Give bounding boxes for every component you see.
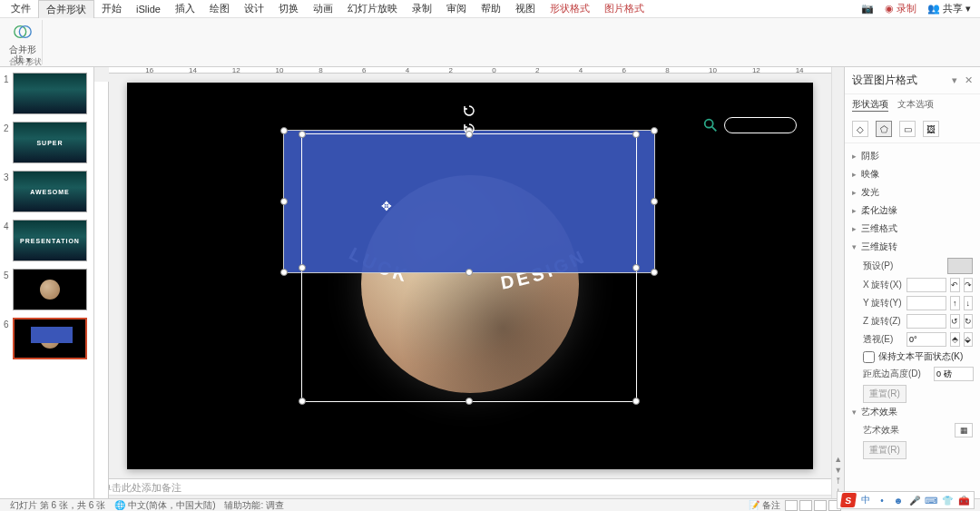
- move-cursor-icon: ✥: [381, 199, 392, 213]
- x-right-icon[interactable]: ↷: [964, 278, 974, 292]
- thumb-num: 6: [4, 318, 13, 329]
- menu-view[interactable]: 视图: [508, 0, 543, 17]
- vertical-scrollbar[interactable]: ▲ ▼ ⤒ ⤓: [831, 67, 844, 498]
- menu-picture-format[interactable]: 图片格式: [597, 0, 652, 17]
- ime-emoji-icon[interactable]: ☻: [892, 494, 905, 506]
- accessibility-status[interactable]: 辅助功能: 调查: [220, 499, 289, 512]
- prev-slide-icon[interactable]: ⤒: [835, 477, 842, 486]
- resize-handle[interactable]: [466, 398, 473, 405]
- z-ccw-icon[interactable]: ↺: [950, 314, 960, 329]
- keep-text-flat-checkbox[interactable]: 保持文本平面状态(K): [863, 349, 973, 365]
- menu-record[interactable]: 录制: [405, 0, 439, 17]
- ime-punct-icon[interactable]: •: [876, 494, 888, 506]
- rotate-handle-icon[interactable]: [464, 105, 475, 116]
- y-up-icon[interactable]: ↑: [950, 296, 960, 310]
- section-shadow[interactable]: ▸阴影: [852, 147, 973, 165]
- menu-home[interactable]: 开始: [94, 0, 129, 17]
- blue-rectangle-shape[interactable]: [283, 130, 655, 273]
- panel-close-icon[interactable]: ✕: [965, 74, 973, 86]
- reading-view-icon[interactable]: [814, 500, 827, 511]
- reset-rotation-button[interactable]: 重置(R): [863, 385, 906, 403]
- menu-draw[interactable]: 绘图: [202, 0, 237, 17]
- section-3d-rotation[interactable]: ▾三维旋转: [852, 238, 973, 256]
- size-icon[interactable]: ▭: [899, 121, 916, 137]
- y-down-icon[interactable]: ↓: [964, 296, 974, 310]
- resize-handle[interactable]: [632, 398, 640, 405]
- camera-icon[interactable]: 📷: [856, 1, 879, 16]
- thumbnail-2[interactable]: 2 SUPER: [0, 120, 93, 165]
- ime-keyboard-icon[interactable]: ⌨: [925, 494, 937, 506]
- thumbnail-5[interactable]: 5: [0, 267, 93, 312]
- merge-shapes-icon: [12, 21, 34, 43]
- thumb-text: AWESOME: [30, 189, 70, 195]
- ime-skin-icon[interactable]: 👕: [941, 494, 954, 506]
- perspective-input[interactable]: [906, 332, 946, 347]
- persp-narrow-icon[interactable]: ⬘: [950, 332, 960, 347]
- horizontal-scrollbar[interactable]: [94, 495, 831, 498]
- menu-review[interactable]: 审阅: [439, 0, 474, 17]
- slide[interactable]: LUCK DESIGN: [127, 83, 813, 469]
- resize-handle[interactable]: [299, 398, 306, 405]
- ime-lang-toggle[interactable]: 中: [859, 494, 872, 506]
- y-rotation-input[interactable]: [906, 296, 946, 310]
- thumb-num: 3: [4, 171, 13, 182]
- artistic-label: 艺术效果: [863, 424, 951, 437]
- menu-help[interactable]: 帮助: [474, 0, 508, 17]
- x-left-icon[interactable]: ↶: [950, 278, 960, 292]
- z-rotation-input[interactable]: [906, 314, 946, 329]
- menu-insert[interactable]: 插入: [168, 0, 202, 17]
- z-cw-icon[interactable]: ↻: [964, 314, 974, 329]
- ime-voice-icon[interactable]: 🎤: [908, 494, 921, 506]
- thumb-num: 2: [4, 122, 13, 133]
- sorter-view-icon[interactable]: [799, 500, 812, 511]
- artistic-gallery-icon[interactable]: ▦: [955, 423, 973, 437]
- thumb-preview: [13, 269, 87, 310]
- x-rotation-input[interactable]: [906, 278, 946, 292]
- menu-merge-shapes[interactable]: 合并形状: [38, 0, 94, 18]
- canvas-inner[interactable]: LUCK DESIGN: [94, 74, 831, 478]
- language-indicator[interactable]: 🌐 中文(简体，中国大陆): [110, 499, 220, 512]
- preset-swatch[interactable]: [947, 258, 973, 274]
- thumbnail-1[interactable]: 1: [0, 71, 93, 116]
- section-reflection[interactable]: ▸映像: [852, 165, 973, 183]
- thumbnail-3[interactable]: 3 AWESOME: [0, 169, 93, 214]
- scroll-down-icon[interactable]: ▼: [834, 466, 842, 475]
- persp-wide-icon[interactable]: ⬙: [964, 332, 974, 347]
- menu-animations[interactable]: 动画: [306, 0, 340, 17]
- tab-text-options[interactable]: 文本选项: [897, 98, 934, 112]
- thumbnail-6[interactable]: 6: [0, 316, 93, 361]
- effects-icon[interactable]: ⬠: [876, 121, 892, 137]
- ime-toolbox-icon[interactable]: 🧰: [957, 494, 970, 506]
- reset-artistic-button[interactable]: 重置(R): [863, 441, 906, 459]
- slide-counter[interactable]: 幻灯片 第 6 张，共 6 张: [5, 499, 110, 512]
- panel-options-icon[interactable]: ▾: [952, 74, 957, 86]
- menu-shape-format[interactable]: 形状格式: [543, 0, 597, 17]
- notes-area[interactable]: 单击此处添加备注: [94, 478, 831, 495]
- sogou-logo-icon[interactable]: S: [840, 493, 857, 507]
- menu-transitions[interactable]: 切换: [271, 0, 306, 17]
- thumbnail-panel[interactable]: 1 2 SUPER 3 AWESOME 4 PRESENTATION 5 6: [0, 67, 94, 498]
- scroll-up-icon[interactable]: ▲: [834, 455, 842, 464]
- share-button[interactable]: 👥 共享 ▾: [922, 0, 976, 17]
- ruler-horizontal: 16141210864202468101214: [109, 67, 831, 74]
- record-button[interactable]: ◉ 录制: [879, 0, 922, 17]
- menu-islide[interactable]: iSlide: [129, 2, 168, 16]
- magnifier-icon[interactable]: [702, 117, 719, 133]
- section-glow[interactable]: ▸发光: [852, 183, 973, 201]
- menu-design[interactable]: 设计: [237, 0, 271, 17]
- search-pill[interactable]: [724, 117, 797, 133]
- section-artistic[interactable]: ▾艺术效果: [852, 403, 973, 421]
- thumbnail-4[interactable]: 4 PRESENTATION: [0, 218, 93, 263]
- svg-line-5: [712, 127, 717, 132]
- menu-file[interactable]: 文件: [4, 0, 38, 17]
- section-3d-format[interactable]: ▸三维格式: [852, 220, 973, 238]
- notes-toggle[interactable]: 📝 备注: [744, 499, 785, 512]
- section-soft-edges[interactable]: ▸柔化边缘: [852, 201, 973, 220]
- picture-icon[interactable]: 🖼: [923, 121, 939, 137]
- ime-toolbar[interactable]: S 中 • ☻ 🎤 ⌨ 👕 🧰: [837, 491, 975, 509]
- normal-view-icon[interactable]: [785, 500, 798, 511]
- menu-slideshow[interactable]: 幻灯片放映: [340, 0, 405, 17]
- fill-line-icon[interactable]: ◇: [852, 121, 868, 137]
- tab-shape-options[interactable]: 形状选项: [852, 98, 888, 112]
- distance-input[interactable]: [934, 367, 974, 381]
